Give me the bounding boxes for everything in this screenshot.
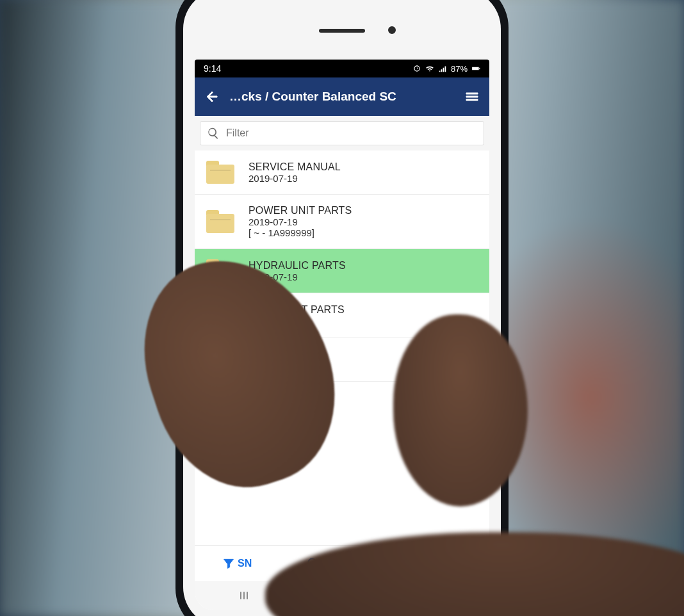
search-label: Search bbox=[322, 558, 356, 569]
wifi-icon bbox=[425, 64, 434, 73]
list-item-text: POWER UNIT PARTS2019-07-19[ ~ - 1A999999… bbox=[248, 205, 352, 238]
phone-frame: 9:14 87% …cks / Counter Balanced SC bbox=[175, 0, 509, 616]
search-button[interactable]: Search bbox=[307, 557, 356, 570]
filter-box[interactable] bbox=[200, 121, 484, 145]
list-item-date: 2019-07-19 bbox=[248, 173, 341, 184]
folder-list: SERVICE MANUAL2019-07-19POWER UNIT PARTS… bbox=[195, 150, 489, 545]
menu-button[interactable] bbox=[464, 88, 480, 105]
phone-body: 9:14 87% …cks / Counter Balanced SC bbox=[183, 0, 501, 616]
battery-icon bbox=[471, 64, 480, 73]
update-button[interactable]: Update bbox=[412, 557, 462, 570]
svg-rect-0 bbox=[473, 67, 478, 70]
app-screen: 9:14 87% …cks / Counter Balanced SC bbox=[195, 60, 489, 610]
folder-icon bbox=[206, 304, 234, 327]
signal-icon bbox=[438, 64, 447, 73]
list-item[interactable]: SERVICE MANUAL2019-07-19 bbox=[195, 150, 489, 195]
list-item-text: HYDRAULIC PARTS2019-07-19 bbox=[248, 260, 346, 282]
list-item-title: SERVICE MANUAL bbox=[248, 161, 341, 173]
list-item-date: 2019-07-19 bbox=[248, 360, 321, 371]
page-title: …cks / Counter Balanced SC bbox=[229, 90, 455, 104]
folder-icon bbox=[206, 210, 234, 233]
folder-icon bbox=[206, 161, 234, 184]
alarm-icon bbox=[412, 64, 421, 73]
list-item[interactable]: DRIVE UNIT PARTS2019-07-19 bbox=[195, 293, 489, 337]
list-item-title: DRIVE UNIT PARTS bbox=[248, 304, 345, 316]
back-nav-button[interactable] bbox=[414, 589, 466, 602]
back-button[interactable] bbox=[204, 88, 220, 105]
list-item-extra: [ ~ - 1A999999] bbox=[248, 227, 352, 238]
folder-icon bbox=[206, 259, 234, 282]
app-header: …cks / Counter Balanced SC bbox=[195, 77, 489, 116]
search-icon bbox=[207, 127, 220, 140]
funnel-icon bbox=[222, 557, 235, 570]
sn-label: SN bbox=[238, 558, 252, 569]
list-item-text: DRIVE UNIT PARTS2019-07-19 bbox=[248, 304, 345, 327]
filter-input[interactable] bbox=[226, 127, 477, 139]
refresh-icon bbox=[412, 557, 425, 570]
toolbar: SN Search Update bbox=[195, 545, 489, 581]
list-item-title: BRAKE PARTS bbox=[248, 348, 321, 360]
folder-icon bbox=[206, 348, 234, 371]
list-item-date: 2019-07-19 bbox=[248, 216, 352, 227]
physical-home-button[interactable] bbox=[322, 578, 362, 616]
list-item[interactable]: POWER UNIT PARTS2019-07-19[ ~ - 1A999999… bbox=[195, 195, 489, 249]
list-item-date: 2019-07-19 bbox=[248, 316, 345, 327]
sn-filter-button[interactable]: SN bbox=[222, 557, 252, 570]
battery-percent: 87% bbox=[451, 64, 468, 74]
search-icon bbox=[307, 557, 320, 570]
filter-area bbox=[195, 116, 489, 150]
recents-button[interactable] bbox=[218, 589, 270, 602]
phone-camera bbox=[388, 26, 396, 34]
update-label: Update bbox=[427, 558, 462, 569]
status-time: 9:14 bbox=[204, 63, 221, 74]
list-item[interactable]: HYDRAULIC PARTS2019-07-19 bbox=[195, 249, 489, 293]
phone-speaker bbox=[319, 29, 365, 33]
list-item-text: BRAKE PARTS2019-07-19 bbox=[248, 348, 321, 371]
list-item-title: POWER UNIT PARTS bbox=[248, 205, 352, 216]
status-bar: 9:14 87% bbox=[195, 60, 489, 77]
list-item-text: SERVICE MANUAL2019-07-19 bbox=[248, 161, 341, 184]
list-item-date: 2019-07-19 bbox=[248, 272, 346, 282]
list-item-title: HYDRAULIC PARTS bbox=[248, 260, 346, 272]
status-icons: 87% bbox=[412, 64, 480, 74]
list-item[interactable]: BRAKE PARTS2019-07-19 bbox=[195, 337, 489, 382]
